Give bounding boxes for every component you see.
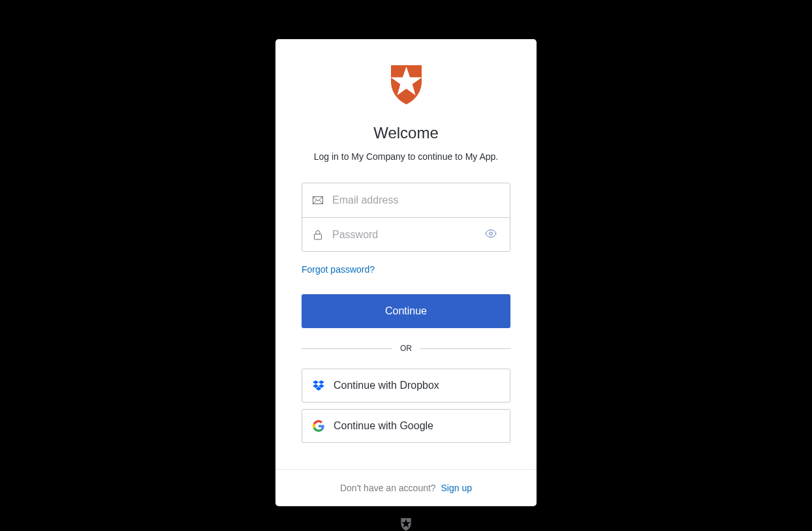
logo-wrap — [302, 65, 510, 104]
google-button-label: Continue with Google — [334, 420, 433, 432]
eye-icon — [485, 230, 497, 239]
show-password-button[interactable] — [482, 227, 499, 242]
continue-with-dropbox-button[interactable]: Continue with Dropbox — [302, 369, 510, 402]
divider-line-right — [420, 348, 510, 349]
password-input[interactable] — [332, 229, 473, 241]
dropbox-icon — [313, 380, 324, 391]
email-row — [302, 183, 510, 217]
forgot-password-link[interactable]: Forgot password? — [302, 264, 375, 275]
continue-button[interactable]: Continue — [302, 294, 510, 328]
google-icon — [313, 420, 324, 432]
auth0-badge-icon — [400, 518, 412, 531]
email-icon — [313, 195, 323, 205]
page-subtitle: Log in to My Company to continue to My A… — [302, 151, 510, 162]
page-title: Welcome — [302, 124, 510, 142]
svg-rect-2 — [315, 234, 322, 239]
svg-point-3 — [490, 232, 493, 235]
divider-line-left — [302, 348, 392, 349]
login-card: Welcome Log in to My Company to continue… — [275, 39, 537, 506]
login-card-body: Welcome Log in to My Company to continue… — [275, 39, 537, 469]
divider: OR — [302, 344, 510, 353]
credentials-input-group — [302, 183, 510, 252]
dropbox-button-label: Continue with Dropbox — [334, 380, 439, 391]
lock-icon — [313, 230, 323, 240]
password-row — [302, 217, 510, 251]
login-footer: Don't have an account? Sign up — [275, 469, 537, 506]
signup-prompt: Don't have an account? — [340, 483, 436, 493]
signup-link[interactable]: Sign up — [441, 483, 472, 493]
continue-with-google-button[interactable]: Continue with Google — [302, 409, 510, 443]
shield-star-icon — [388, 65, 424, 104]
email-input[interactable] — [332, 194, 499, 206]
divider-label: OR — [400, 344, 412, 353]
